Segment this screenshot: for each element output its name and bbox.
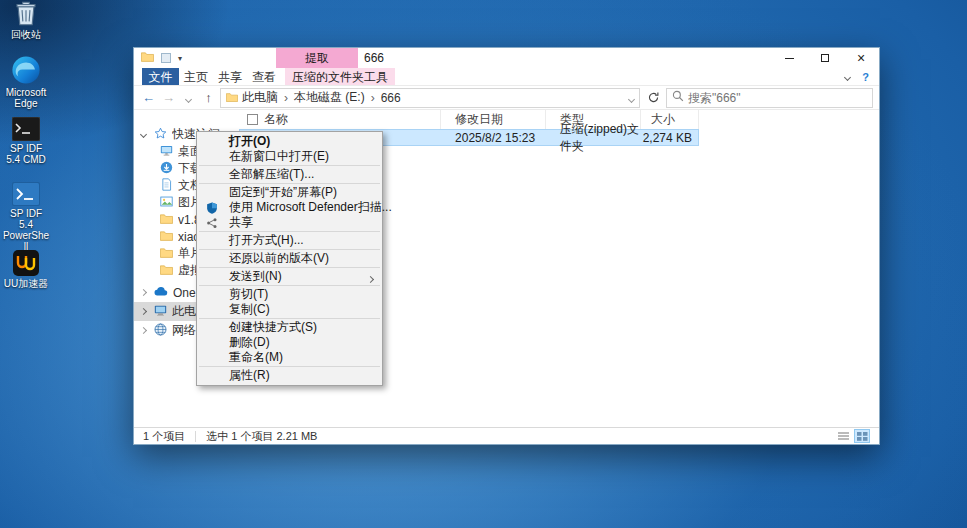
context-menu-item-send-to[interactable]: 发送到(N) — [197, 269, 382, 284]
context-menu-item-open-new-window[interactable]: 在新窗口中打开(E) — [197, 149, 382, 164]
context-menu-item-extract-all[interactable]: 全部解压缩(T)... — [197, 167, 382, 182]
file-date-cell: 2025/8/2 15:23 — [441, 130, 546, 145]
context-menu-item-copy[interactable]: 复制(C) — [197, 302, 382, 317]
uu-booster-icon — [2, 250, 50, 276]
qat-customize-icon[interactable]: ▾ — [178, 54, 182, 63]
column-label: 修改日期 — [455, 111, 503, 128]
desktop-icon-label: Microsoft Edge — [2, 87, 50, 109]
documents-icon — [160, 178, 173, 194]
window-title: 666 — [364, 48, 384, 68]
maximize-button[interactable] — [807, 48, 843, 68]
folder-icon — [160, 213, 173, 227]
status-divider — [195, 431, 196, 442]
address-bar[interactable]: 此电脑 › 本地磁盘 (E:) › 666 — [220, 88, 640, 108]
context-menu-item-cut[interactable]: 剪切(T) — [197, 287, 382, 302]
desktop-icon-label: SP IDF 5.4 PowerShell — [2, 208, 50, 252]
tab-view[interactable]: 查看 — [247, 68, 281, 85]
minimize-button[interactable] — [771, 48, 807, 68]
desktop-icon-label: UU加速器 — [2, 278, 50, 289]
downloads-icon — [160, 161, 173, 177]
selection-summary: 选中 1 个项目 2.21 MB — [206, 429, 317, 444]
desktop-icon-label: 回收站 — [2, 29, 50, 40]
desktop-icon-label: SP IDF 5.4 CMD — [2, 143, 50, 165]
tab-file[interactable]: 文件 — [142, 68, 179, 85]
address-dropdown-icon[interactable] — [629, 91, 634, 105]
column-header-size[interactable]: 大小 — [641, 110, 699, 129]
context-menu-item-defender-scan[interactable]: 使用 Microsoft Defender扫描... — [197, 200, 382, 215]
file-size-cell: 2,274 KB — [640, 130, 698, 145]
file-type-cell: 压缩(zipped)文件夹 — [546, 130, 641, 145]
submenu-arrow-icon — [368, 271, 373, 286]
up-button[interactable]: ↑ — [200, 88, 217, 108]
menu-separator — [199, 165, 380, 166]
title-bar: ▾ 提取 666 × — [134, 48, 879, 68]
context-menu-item-create-shortcut[interactable]: 创建快捷方式(S) — [197, 320, 382, 335]
desktop: 回收站 Microsoft Edge SP IDF 5.4 CMD SP IDF… — [0, 0, 967, 528]
contextual-tab-badge: 提取 — [276, 48, 358, 68]
this-pc-icon — [154, 304, 167, 320]
tab-share[interactable]: 共享 — [213, 68, 247, 85]
chevron-right-icon[interactable] — [140, 289, 147, 296]
folder-icon — [160, 230, 173, 244]
quick-access-toolbar[interactable]: ▾ — [141, 51, 182, 65]
navigation-bar: ← → ↑ 此电脑 › 本地磁盘 (E:) › 666 — [134, 86, 879, 110]
window-folder-icon — [141, 51, 154, 65]
defender-shield-icon — [205, 201, 218, 214]
context-menu-item-restore-versions[interactable]: 还原以前的版本(V) — [197, 251, 382, 266]
context-menu-item-open-with[interactable]: 打开方式(H)... — [197, 233, 382, 248]
location-folder-icon — [226, 91, 238, 105]
breadcrumb-this-pc[interactable]: 此电脑 — [242, 89, 278, 106]
chevron-right-icon[interactable] — [140, 308, 147, 315]
tab-home[interactable]: 主页 — [179, 68, 213, 85]
help-icon[interactable]: ? — [862, 71, 869, 83]
ribbon-tab-row: 文件 主页 共享 查看 压缩的文件夹工具 ? — [134, 68, 879, 86]
desktop-icon-recycle-bin[interactable]: 回收站 — [2, 0, 50, 40]
search-box[interactable] — [666, 88, 873, 108]
menu-separator — [199, 318, 380, 319]
column-header-name[interactable]: 名称 — [239, 110, 441, 129]
context-menu-item-rename[interactable]: 重命名(M) — [197, 350, 382, 365]
context-menu-item-delete[interactable]: 删除(D) — [197, 335, 382, 350]
menu-separator — [199, 183, 380, 184]
powershell-icon — [2, 182, 50, 206]
desktop-icon-idf-cmd[interactable]: SP IDF 5.4 CMD — [2, 117, 50, 165]
context-menu-item-pin-to-start[interactable]: 固定到“开始”屏幕(P) — [197, 185, 382, 200]
search-input[interactable] — [688, 91, 867, 105]
recycle-bin-icon — [2, 0, 50, 27]
breadcrumb-666[interactable]: 666 — [381, 91, 401, 105]
edge-icon — [2, 55, 50, 85]
onedrive-icon — [154, 285, 168, 300]
items-count: 1 个项目 — [143, 429, 185, 444]
context-menu-item-share[interactable]: 共享 — [197, 215, 382, 230]
ribbon-right-controls: ? — [845, 68, 869, 86]
window-controls: × — [771, 48, 879, 68]
select-all-checkbox[interactable] — [247, 114, 258, 125]
context-menu-item-open[interactable]: 打开(O) — [197, 134, 382, 149]
cmd-terminal-icon — [2, 117, 50, 141]
refresh-button[interactable] — [643, 91, 663, 104]
column-header-date-modified[interactable]: 修改日期 — [441, 110, 546, 129]
search-icon — [672, 90, 684, 105]
view-toggles — [835, 429, 870, 443]
context-menu: 打开(O) 在新窗口中打开(E) 全部解压缩(T)... 固定到“开始”屏幕(P… — [196, 131, 383, 386]
recent-locations-icon[interactable] — [180, 88, 197, 108]
close-button[interactable]: × — [843, 48, 879, 68]
tab-compressed-folder-tools[interactable]: 压缩的文件夹工具 — [285, 68, 395, 85]
menu-separator — [199, 366, 380, 367]
desktop-icon-edge[interactable]: Microsoft Edge — [2, 55, 50, 109]
chevron-right-icon[interactable] — [140, 327, 147, 334]
qat-properties-icon[interactable] — [161, 53, 171, 63]
chevron-down-icon[interactable] — [140, 131, 147, 138]
context-menu-item-properties[interactable]: 属性(R) — [197, 368, 382, 383]
desktop-icon-uu-booster[interactable]: UU加速器 — [2, 250, 50, 289]
sidebar-item-label: 网络 — [172, 322, 196, 339]
expand-ribbon-icon[interactable] — [844, 73, 851, 80]
breadcrumb-drive-e[interactable]: 本地磁盘 (E:) — [294, 89, 365, 106]
thumbnails-view-button[interactable] — [854, 429, 870, 443]
column-label: 大小 — [651, 111, 675, 128]
desktop-icon-idf-powershell[interactable]: SP IDF 5.4 PowerShell — [2, 182, 50, 252]
details-view-button[interactable] — [835, 429, 851, 443]
breadcrumb-separator-icon: › — [369, 91, 377, 105]
forward-button[interactable]: → — [160, 88, 177, 108]
back-button[interactable]: ← — [140, 88, 157, 108]
